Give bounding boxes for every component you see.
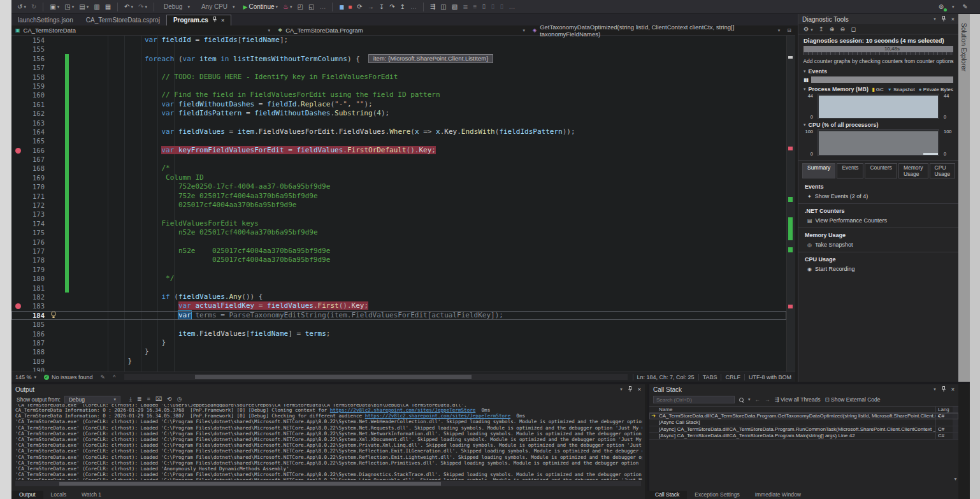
jump-to-last-icon[interactable]: ⤓ (129, 396, 132, 403)
breakpoint-dot[interactable] (11, 301, 25, 310)
breakpoint-margin[interactable] (11, 182, 25, 191)
search-icon[interactable] (739, 398, 744, 402)
memory-section-header[interactable]: ▾Process Memory (MB) ▮ GC ▼ Snapshot ● P… (798, 84, 958, 93)
output-source-dropdown[interactable]: Debug▾ (64, 396, 120, 403)
breakpoint-margin[interactable] (11, 311, 25, 320)
step-out-icon[interactable]: ↥ (398, 3, 407, 11)
scrollbar-down-arrow-icon[interactable]: ▼ (953, 477, 958, 481)
breakpoint-margin[interactable] (11, 36, 25, 45)
caret-icon[interactable]: ^ (109, 374, 119, 380)
show-events-link[interactable]: ✦Show Events (2 of 4) (798, 191, 958, 204)
debugger-datatip[interactable]: item: {Microsoft.SharePoint.Client.ListI… (368, 54, 494, 63)
tab-summary[interactable]: Summary (802, 163, 835, 178)
breakpoint-margin[interactable] (11, 329, 25, 338)
solution-explorer-vertical-tab[interactable]: Solution Explorer (958, 14, 970, 382)
show-next-statement-icon[interactable]: → (366, 3, 376, 11)
breakpoint-margin[interactable] (11, 256, 25, 264)
editor-horizontal-scrollbar[interactable] (124, 374, 627, 380)
search-input[interactable] (653, 396, 735, 403)
find-next-icon[interactable]: ◱ (306, 3, 316, 11)
line-indent-icon[interactable]: ≣ (461, 3, 470, 11)
close-icon[interactable]: × (951, 386, 955, 393)
hot-reload-icon[interactable]: ♨▾ (281, 3, 294, 11)
break-all-icon[interactable]: ▮▮ (337, 3, 345, 11)
diagnostics-timeline[interactable]: 10,48s (803, 46, 953, 52)
tab-watch-1[interactable]: Watch 1 (74, 491, 109, 499)
breakpoint-margin[interactable] (11, 136, 25, 145)
bookmarks-overflow-icon[interactable]: … (507, 3, 517, 11)
tab-events[interactable]: Events (837, 163, 863, 178)
editor-vertical-scrollbar[interactable] (786, 36, 795, 372)
breakpoint-margin[interactable] (11, 357, 25, 366)
new-project-icon[interactable]: ▣▾ (48, 3, 61, 11)
document-health-indicator[interactable]: ✓No issues found (40, 374, 97, 380)
zoom-level-selector[interactable]: 145 %▾ (11, 374, 40, 380)
call-stack-frame[interactable]: [Async] CA_TermStoreData.dll!CA_TermStor… (649, 433, 958, 439)
restart-icon[interactable]: ⟳ (355, 3, 364, 11)
breakpoint-dot[interactable] (11, 146, 25, 155)
export-icon[interactable]: ↥ (819, 25, 824, 33)
output-link[interactable]: https://2v8lc2.sharepoint.com/sites/Jepp… (330, 407, 476, 413)
add-item-icon[interactable]: ◳▾ (62, 3, 76, 11)
bookmark-next-icon[interactable]: ⌷ (498, 3, 505, 11)
split-editor-icon[interactable]: ⊟ (787, 27, 791, 33)
breakpoint-margin[interactable] (11, 63, 25, 72)
breakpoint-margin[interactable] (11, 274, 25, 283)
breakpoint-margin[interactable] (11, 238, 25, 247)
pin-icon[interactable] (628, 386, 633, 393)
save-all-icon[interactable]: ▦ (103, 3, 113, 11)
tab-cpu-usage[interactable]: CPU Usage (930, 163, 956, 178)
navigate-back-icon[interactable]: ↺▾ (15, 3, 28, 11)
breakpoint-margin[interactable] (11, 127, 25, 136)
breakpoint-margin[interactable] (11, 119, 25, 127)
breakpoint-margin[interactable] (11, 54, 25, 63)
breakpoint-margin[interactable] (11, 90, 25, 99)
cpu-section-header[interactable]: ▾CPU (% of all processors) (798, 120, 958, 129)
breakpoint-margin[interactable] (11, 247, 25, 256)
show-threads-icon[interactable]: ⇶ (428, 3, 437, 11)
reset-view-icon[interactable]: ◻ (851, 25, 856, 33)
save-icon[interactable]: ▥ (92, 3, 101, 11)
tab-call-stack[interactable]: Call Stack (647, 491, 687, 499)
send-feedback-icon[interactable]: ✎ (961, 3, 970, 11)
toggle-autoscroll-icon[interactable]: ⟲ (167, 396, 172, 403)
lightbulb-icon[interactable] (45, 311, 62, 320)
selected-text[interactable]: var (178, 311, 191, 319)
panel-options-chevron-icon[interactable]: ▾ (933, 17, 936, 22)
debug-overflow-icon[interactable]: … (408, 3, 419, 11)
panel-options-chevron-icon[interactable]: ▾ (933, 387, 936, 392)
tab-launchsettings[interactable]: launchSettings.json (11, 15, 80, 25)
continue-button[interactable]: ▶Continue▾ (241, 3, 280, 11)
cursor-position[interactable]: Ln: 184, Ch: 7, Col: 25 (633, 374, 698, 380)
close-tab-icon[interactable]: × (221, 17, 224, 24)
breakpoint-margin[interactable] (11, 293, 25, 301)
tab-program-cs[interactable]: Program.cs × (166, 15, 231, 25)
call-stack-frame[interactable]: [Async] CA_TermStoreData.dll!CA_TermStor… (649, 426, 958, 433)
settings-gear-icon[interactable]: ⚙ ▾ (803, 25, 813, 33)
tab-memory-usage[interactable]: Memory Usage (898, 163, 928, 178)
panel-options-chevron-icon[interactable]: ▾ (620, 387, 623, 392)
show-diagnostics-icon[interactable]: ◫ (438, 3, 448, 11)
events-section-header[interactable]: ▾Events (798, 66, 958, 75)
open-file-icon[interactable]: ▤▾ (77, 3, 90, 11)
search-next-icon[interactable]: → (765, 396, 770, 403)
undo-icon[interactable]: ↶▾ (122, 3, 135, 11)
breakpoint-margin[interactable] (11, 201, 25, 210)
output-log[interactable]: 'CA_TermStoreData.exe' (CoreCLR: clrhost… (11, 404, 645, 480)
line-outdent-icon[interactable]: ≡ (472, 3, 479, 11)
take-snapshot-link[interactable]: ◎Take Snapshot (798, 240, 958, 252)
column-header-lang[interactable]: Lang ▴ (936, 407, 953, 412)
time-filter-icon[interactable]: ◷ (177, 396, 182, 403)
breakpoint-margin[interactable] (11, 82, 25, 90)
stop-debugging-icon[interactable]: ■ (346, 3, 354, 11)
toolbar-overflow-icon[interactable]: … (317, 3, 328, 11)
breadcrumb-method[interactable]: ◈ GetTaxonomyDataOptimized(string listId… (529, 25, 795, 35)
tab-immediate-window[interactable]: Immediate Window (747, 491, 809, 499)
find-in-files-icon[interactable]: ◰ (296, 3, 305, 11)
step-into-icon[interactable]: ↧ (377, 3, 386, 11)
messages-list-icon[interactable]: ≣ (137, 396, 142, 403)
step-over-icon[interactable]: ↷ (387, 3, 396, 11)
column-header-name[interactable]: Name (658, 407, 936, 412)
start-recording-link[interactable]: ◉Start Recording (798, 264, 958, 276)
clear-all-icon[interactable]: ⌧ (155, 396, 162, 403)
